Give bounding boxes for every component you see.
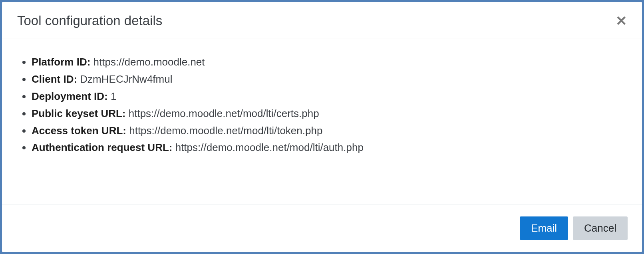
config-value: https://demo.moodle.net/mod/lti/token.ph… (129, 125, 322, 137)
config-value: https://demo.moodle.net/mod/lti/auth.php (175, 141, 364, 153)
modal-footer: Email Cancel (2, 204, 642, 252)
config-value: https://demo.moodle.net/mod/lti/certs.ph… (129, 107, 319, 119)
config-item-auth-request-url: Authentication request URL: https://demo… (32, 139, 627, 156)
config-value: 1 (111, 90, 116, 102)
config-value: https://demo.moodle.net (93, 56, 205, 68)
tool-config-modal: Tool configuration details ✕ Platform ID… (2, 2, 642, 252)
close-button[interactable]: ✕ (616, 14, 627, 28)
cancel-button[interactable]: Cancel (573, 216, 628, 240)
config-item-client-id: Client ID: DzmHECJrNw4fmul (32, 71, 627, 88)
config-list: Platform ID: https://demo.moodle.net Cli… (17, 54, 627, 156)
config-label: Client ID: (32, 73, 77, 85)
config-label: Platform ID: (32, 56, 90, 68)
modal-header: Tool configuration details ✕ (2, 2, 642, 38)
config-item-access-token-url: Access token URL: https://demo.moodle.ne… (32, 122, 627, 139)
config-label: Deployment ID: (32, 90, 108, 102)
config-label: Public keyset URL: (32, 107, 126, 119)
config-item-deployment-id: Deployment ID: 1 (32, 88, 627, 105)
config-value: DzmHECJrNw4fmul (80, 73, 172, 85)
email-button[interactable]: Email (520, 216, 568, 240)
config-item-platform-id: Platform ID: https://demo.moodle.net (32, 54, 627, 71)
modal-title: Tool configuration details (17, 13, 162, 28)
config-label: Authentication request URL: (32, 141, 172, 153)
modal-body: Platform ID: https://demo.moodle.net Cli… (2, 38, 642, 204)
close-icon: ✕ (616, 13, 627, 28)
config-label: Access token URL: (32, 125, 126, 137)
config-item-public-keyset-url: Public keyset URL: https://demo.moodle.n… (32, 105, 627, 122)
